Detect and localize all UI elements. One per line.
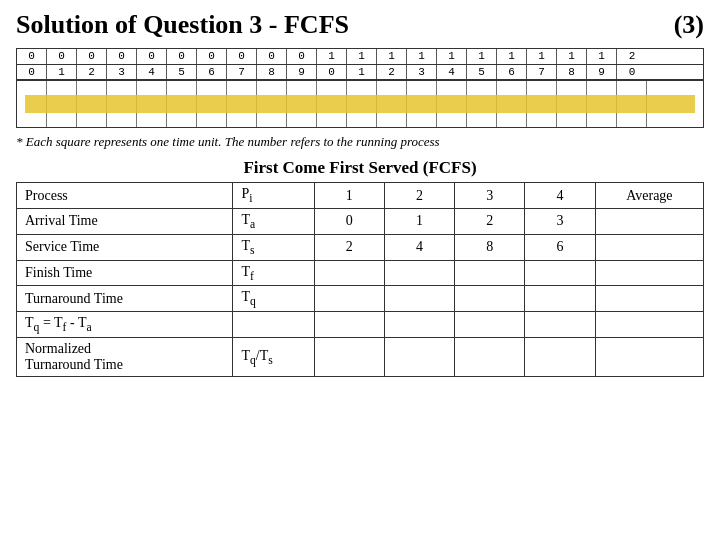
cell-4	[137, 81, 167, 127]
row-label-turnaround: Turnaround Time	[17, 286, 233, 312]
row-symbol-process: Pi	[233, 183, 314, 209]
tl-top-11: 1	[347, 49, 377, 64]
cell-19	[587, 81, 617, 127]
cell-12	[377, 81, 407, 127]
row-avg-service	[595, 234, 703, 260]
row-val-fml4	[525, 312, 595, 338]
tl-top-2: 0	[77, 49, 107, 64]
tl-bot-8: 8	[257, 65, 287, 80]
row-label-arrival: Arrival Time	[17, 209, 233, 235]
row-val-f3	[455, 260, 525, 286]
row-label-process: Process	[17, 183, 233, 209]
tl-bot-6: 6	[197, 65, 227, 80]
tl-top-7: 0	[227, 49, 257, 64]
table-title: First Come First Served (FCFS)	[16, 158, 704, 178]
page-title: Solution of Question 3 - FCFS (3)	[16, 10, 704, 40]
row-val-a4: 3	[525, 209, 595, 235]
tl-top-10: 1	[317, 49, 347, 64]
row-symbol-arrival: Ta	[233, 209, 314, 235]
row-avg-turnaround	[595, 286, 703, 312]
tl-top-1: 0	[47, 49, 77, 64]
cell-16	[497, 81, 527, 127]
row-val-tq1	[314, 286, 384, 312]
timeline-note: * Each square represents one time unit. …	[16, 134, 704, 150]
tl-bot-0: 0	[17, 65, 47, 80]
tl-bot-14: 4	[437, 65, 467, 80]
cell-1	[47, 81, 77, 127]
tl-top-12: 1	[377, 49, 407, 64]
table-row-normalized: NormalizedTurnaround Time Tq/Ts	[17, 338, 704, 377]
cell-0	[17, 81, 47, 127]
timeline-bottom-row: 0 1 2 3 4 5 6 7 8 9 0 1 2 3 4 5 6 7 8 9 …	[16, 64, 704, 81]
row-val-p3: 3	[455, 183, 525, 209]
cell-15	[467, 81, 497, 127]
tl-top-19: 1	[587, 49, 617, 64]
row-symbol-service: Ts	[233, 234, 314, 260]
tl-bot-10: 0	[317, 65, 347, 80]
row-val-a3: 2	[455, 209, 525, 235]
row-symbol-turnaround: Tq	[233, 286, 314, 312]
row-val-fml2	[384, 312, 454, 338]
table-row-service: Service Time Ts 2 4 8 6	[17, 234, 704, 260]
row-symbol-finish: Tf	[233, 260, 314, 286]
row-val-n2	[384, 338, 454, 377]
cell-20	[617, 81, 647, 127]
row-val-a1: 0	[314, 209, 384, 235]
tl-top-4: 0	[137, 49, 167, 64]
tl-bot-7: 7	[227, 65, 257, 80]
cell-8	[257, 81, 287, 127]
row-val-fml3	[455, 312, 525, 338]
tl-bot-2: 2	[77, 65, 107, 80]
row-val-f2	[384, 260, 454, 286]
row-val-f1	[314, 260, 384, 286]
cell-13	[407, 81, 437, 127]
tl-bot-15: 5	[467, 65, 497, 80]
tl-bot-5: 5	[167, 65, 197, 80]
subtitle-text: (3)	[674, 10, 704, 40]
row-label-finish: Finish Time	[17, 260, 233, 286]
table-row-finish: Finish Time Tf	[17, 260, 704, 286]
timeline-cells	[16, 80, 704, 128]
cell-6	[197, 81, 227, 127]
tl-bot-19: 9	[587, 65, 617, 80]
tl-top-3: 0	[107, 49, 137, 64]
row-val-p1: 1	[314, 183, 384, 209]
tl-bot-9: 9	[287, 65, 317, 80]
row-val-n1	[314, 338, 384, 377]
row-val-s2: 4	[384, 234, 454, 260]
row-val-n4	[525, 338, 595, 377]
tl-top-15: 1	[467, 49, 497, 64]
cell-11	[347, 81, 377, 127]
row-val-tq2	[384, 286, 454, 312]
cell-10	[317, 81, 347, 127]
cell-3	[107, 81, 137, 127]
tl-bot-13: 3	[407, 65, 437, 80]
tl-bot-11: 1	[347, 65, 377, 80]
row-val-tq3	[455, 286, 525, 312]
row-avg-arrival	[595, 209, 703, 235]
row-label-normalized: NormalizedTurnaround Time	[17, 338, 233, 377]
tl-top-5: 0	[167, 49, 197, 64]
cell-14	[437, 81, 467, 127]
tl-bot-3: 3	[107, 65, 137, 80]
row-val-tq4	[525, 286, 595, 312]
tl-top-13: 1	[407, 49, 437, 64]
fcfs-table: Process Pi 1 2 3 4 Average Arrival Time …	[16, 182, 704, 377]
cell-2	[77, 81, 107, 127]
title-text: Solution of Question 3 - FCFS	[16, 10, 349, 40]
tl-bot-20: 0	[617, 65, 647, 80]
row-val-p4: 4	[525, 183, 595, 209]
row-symbol-normalized: Tq/Ts	[233, 338, 314, 377]
row-val-s1: 2	[314, 234, 384, 260]
tl-top-9: 0	[287, 49, 317, 64]
tl-bot-18: 8	[557, 65, 587, 80]
row-val-n3	[455, 338, 525, 377]
tl-top-6: 0	[197, 49, 227, 64]
table-row-process: Process Pi 1 2 3 4 Average	[17, 183, 704, 209]
timeline-top-row: 0 0 0 0 0 0 0 0 0 0 1 1 1 1 1 1 1 1 1 1 …	[16, 48, 704, 64]
row-val-fml1	[314, 312, 384, 338]
cell-5	[167, 81, 197, 127]
tl-bot-17: 7	[527, 65, 557, 80]
tl-top-14: 1	[437, 49, 467, 64]
table-row-formula: Tq = Tf - Ta	[17, 312, 704, 338]
